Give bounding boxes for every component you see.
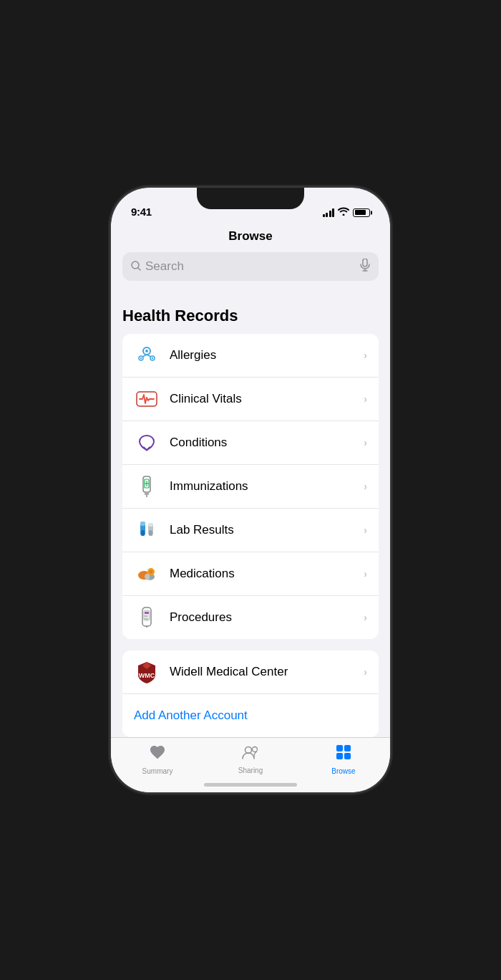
sharing-tab-icon xyxy=(241,744,260,764)
home-indicator xyxy=(204,783,297,787)
clinical-vitals-label: Clinical Vitals xyxy=(170,392,354,406)
add-another-account-label: Add Another Account xyxy=(134,708,248,723)
svg-point-6 xyxy=(145,350,148,352)
browse-tab-icon xyxy=(335,744,352,765)
svg-rect-42 xyxy=(336,745,343,751)
svg-text:WMC: WMC xyxy=(139,672,155,679)
procedures-icon xyxy=(134,605,160,630)
sharing-tab-label: Sharing xyxy=(238,767,263,774)
procedures-label: Procedures xyxy=(170,610,354,625)
health-records-section: Health Records xyxy=(111,292,390,737)
microphone-icon xyxy=(360,259,370,274)
tab-browse[interactable]: Browse xyxy=(297,744,390,775)
list-item-immunizations[interactable]: Immunizations › xyxy=(122,465,379,509)
svg-point-14 xyxy=(146,449,148,451)
widell-label: Widell Medical Center xyxy=(170,665,354,679)
svg-rect-27 xyxy=(148,523,153,527)
chevron-right-icon: › xyxy=(364,437,367,448)
search-placeholder: Search xyxy=(145,259,356,274)
svg-rect-45 xyxy=(344,753,351,759)
chevron-right-icon: › xyxy=(364,481,367,492)
chevron-right-icon: › xyxy=(364,350,367,361)
immunizations-icon xyxy=(134,474,160,499)
list-item-lab-results[interactable]: Lab Results › xyxy=(122,509,379,552)
svg-line-12 xyxy=(147,355,151,357)
signal-bars-icon xyxy=(323,208,335,217)
notch xyxy=(197,188,304,209)
medications-icon xyxy=(134,561,160,587)
svg-point-41 xyxy=(253,747,258,752)
svg-rect-36 xyxy=(145,615,147,617)
summary-tab-icon xyxy=(149,744,166,765)
page-title: Browse xyxy=(228,229,272,243)
svg-point-40 xyxy=(245,747,252,754)
phone-screen: 9:41 xyxy=(111,188,390,792)
chevron-right-icon: › xyxy=(364,393,367,405)
svg-rect-21 xyxy=(145,492,149,495)
list-item-conditions[interactable]: Conditions › xyxy=(122,421,379,465)
svg-rect-25 xyxy=(141,530,145,536)
status-icons xyxy=(323,207,371,218)
status-time: 9:41 xyxy=(131,206,152,218)
immunizations-label: Immunizations xyxy=(170,479,354,494)
content-area: Browse Search xyxy=(111,224,390,737)
svg-point-8 xyxy=(140,357,142,359)
tab-sharing[interactable]: Sharing xyxy=(204,744,297,774)
health-records-card: Allergies › Clinical Vitals › xyxy=(122,334,379,639)
search-icon xyxy=(131,261,141,273)
svg-rect-24 xyxy=(140,522,145,526)
svg-line-1 xyxy=(138,268,140,270)
svg-rect-43 xyxy=(344,745,351,751)
svg-rect-37 xyxy=(145,618,148,620)
svg-rect-44 xyxy=(336,753,343,759)
clinical-vitals-icon xyxy=(134,386,160,412)
svg-rect-28 xyxy=(149,530,152,536)
battery-icon xyxy=(353,208,370,217)
list-item-widell[interactable]: WMC Widell Medical Center › xyxy=(122,650,379,694)
svg-point-10 xyxy=(152,357,153,359)
navigation-title-bar: Browse xyxy=(111,224,390,252)
lab-results-icon xyxy=(134,517,160,543)
health-records-title: Health Records xyxy=(122,307,379,325)
summary-tab-label: Summary xyxy=(142,767,173,775)
search-bar[interactable]: Search xyxy=(122,252,379,281)
svg-point-32 xyxy=(150,570,153,574)
chevron-right-icon: › xyxy=(364,612,367,623)
svg-rect-2 xyxy=(363,259,367,266)
list-item-procedures[interactable]: Procedures › xyxy=(122,596,379,639)
accounts-card: WMC Widell Medical Center › Add Another … xyxy=(122,650,379,737)
allergies-label: Allergies xyxy=(170,348,354,362)
chevron-right-icon: › xyxy=(364,568,367,580)
chevron-right-icon: › xyxy=(364,666,367,678)
allergies-icon xyxy=(134,342,160,368)
conditions-label: Conditions xyxy=(170,436,354,450)
phone-frame: 9:41 xyxy=(111,188,390,792)
list-item-medications[interactable]: Medications › xyxy=(122,552,379,596)
conditions-icon xyxy=(134,430,160,456)
lab-results-label: Lab Results xyxy=(170,523,354,537)
medications-label: Medications xyxy=(170,567,354,581)
wifi-icon xyxy=(338,207,349,218)
search-container: Search xyxy=(111,252,390,292)
browse-tab-label: Browse xyxy=(331,767,355,775)
chevron-right-icon: › xyxy=(364,524,367,536)
add-account-item[interactable]: Add Another Account xyxy=(122,694,379,737)
wmc-shield-icon: WMC xyxy=(134,659,160,685)
tab-summary[interactable]: Summary xyxy=(111,744,204,775)
svg-line-11 xyxy=(142,355,147,357)
list-item-allergies[interactable]: Allergies › xyxy=(122,334,379,378)
svg-rect-35 xyxy=(145,612,149,614)
list-item-clinical-vitals[interactable]: Clinical Vitals › xyxy=(122,378,379,421)
